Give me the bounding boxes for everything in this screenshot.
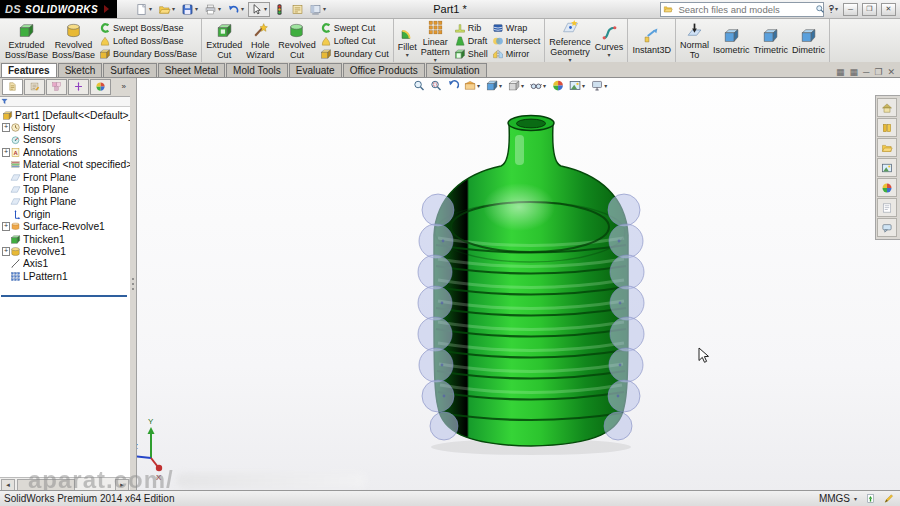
- solidworks-forum-button[interactable]: [877, 218, 897, 237]
- file-explorer-button[interactable]: [877, 138, 897, 157]
- expand-icon[interactable]: +: [2, 247, 10, 256]
- view-settings-button[interactable]: ▾: [589, 79, 609, 92]
- restore-button[interactable]: ❐: [862, 3, 877, 16]
- isometric-button[interactable]: Isometric: [711, 26, 752, 56]
- panel-splitter[interactable]: [130, 77, 137, 491]
- tree-item-thicken1[interactable]: Thicken1: [2, 233, 130, 245]
- fillet-button[interactable]: Fillet▾: [396, 23, 419, 59]
- tab-evaluate[interactable]: Evaluate: [289, 63, 342, 77]
- revolved-boss-button[interactable]: RevolvedBoss/Base: [50, 21, 97, 61]
- tree-item-top-plane[interactable]: Top Plane: [2, 183, 130, 195]
- featuremanager-tab[interactable]: [2, 79, 23, 95]
- shell-button[interactable]: Shell: [454, 48, 488, 60]
- tree-item-material-not-specified-[interactable]: Material <not specified>: [2, 159, 130, 171]
- view-orientation-button[interactable]: ▾: [484, 79, 504, 92]
- lofted-boss-button[interactable]: Lofted Boss/Base: [99, 35, 197, 47]
- dimetric-button[interactable]: Dimetric: [790, 26, 827, 56]
- tab-sketch[interactable]: Sketch: [58, 63, 103, 77]
- graphics-viewport[interactable]: ▾▾▾▾▾▾: [137, 77, 900, 491]
- revolved-cut-button[interactable]: RevolvedCut: [276, 21, 318, 61]
- file-properties-button[interactable]: [289, 2, 306, 17]
- doc-restore-icon[interactable]: ❐: [874, 67, 882, 77]
- rebuild-button[interactable]: [271, 2, 288, 17]
- intersect-button[interactable]: Intersect: [492, 35, 541, 47]
- tree-item-front-plane[interactable]: Front Plane: [2, 171, 130, 183]
- boundary-cut-button[interactable]: Boundary Cut: [320, 48, 389, 60]
- instant3d-button[interactable]: Instant3D: [630, 26, 673, 56]
- display-style-button[interactable]: ▾: [506, 79, 526, 92]
- open-button[interactable]: ▾: [156, 2, 178, 17]
- viewport-split-icon[interactable]: ▦: [849, 67, 858, 77]
- dropdown-caret-icon[interactable]: ▾: [323, 6, 326, 12]
- linear-pattern-button[interactable]: LinearPattern▾: [419, 18, 452, 64]
- dropdown-caret-icon[interactable]: ▾: [477, 83, 480, 89]
- tab-simulation[interactable]: Simulation: [426, 63, 487, 77]
- swept-boss-button[interactable]: Swept Boss/Base: [99, 22, 197, 34]
- tag-icon[interactable]: [865, 493, 876, 504]
- tab-office-products[interactable]: Office Products: [343, 63, 425, 77]
- tree-horizontal-scrollbar[interactable]: ◄ ►: [0, 477, 130, 491]
- apply-scene-button[interactable]: ▾: [567, 79, 587, 92]
- draft-button[interactable]: Draft: [454, 35, 488, 47]
- swept-cut-button[interactable]: Swept Cut: [320, 22, 389, 34]
- dropdown-caret-icon[interactable]: ▾: [195, 6, 198, 12]
- dropdown-caret-icon[interactable]: ▾: [406, 52, 409, 58]
- rib-button[interactable]: Rib: [454, 22, 488, 34]
- tree-filter-bar[interactable]: [0, 97, 130, 107]
- extruded-cut-button[interactable]: ExtrudedCut: [204, 21, 244, 61]
- boundary-boss-button[interactable]: Boundary Boss/Base: [99, 48, 197, 60]
- close-button[interactable]: ✕: [881, 3, 896, 16]
- tab-surfaces[interactable]: Surfaces: [103, 63, 156, 77]
- configurationmanager-tab[interactable]: [46, 79, 67, 95]
- undo-button[interactable]: ▾: [225, 2, 247, 17]
- expand-icon[interactable]: +: [2, 148, 10, 157]
- scroll-right-arrow[interactable]: ►: [115, 479, 129, 491]
- dropdown-caret-icon[interactable]: ▾: [264, 6, 267, 12]
- edit-appearance-button[interactable]: [550, 79, 565, 92]
- tree-item-right-plane[interactable]: Right Plane: [2, 196, 130, 208]
- print-button[interactable]: ▾: [202, 2, 224, 17]
- select-button[interactable]: ▾: [248, 2, 270, 17]
- tree-item-sensors[interactable]: Sensors: [2, 134, 130, 146]
- pane-overflow-icon[interactable]: »: [122, 82, 128, 91]
- mirror-button[interactable]: Mirror: [492, 48, 541, 60]
- dropdown-caret-icon[interactable]: ▾: [499, 83, 502, 89]
- lofted-cut-button[interactable]: Lofted Cut: [320, 35, 389, 47]
- solidworks-resources-button[interactable]: [877, 98, 897, 117]
- tab-features[interactable]: Features: [1, 63, 57, 77]
- quick-tips-icon[interactable]: [883, 493, 894, 504]
- design-library-button[interactable]: [877, 118, 897, 137]
- extruded-boss-button[interactable]: ExtrudedBoss/Base: [3, 21, 50, 61]
- wrap-button[interactable]: Wrap: [492, 22, 541, 34]
- tree-root-part[interactable]: Part1 [Default<<Default>_Disp: [2, 109, 130, 121]
- hide-show-items-button[interactable]: ▾: [528, 79, 548, 92]
- expand-icon[interactable]: +: [2, 222, 10, 231]
- dropdown-caret-icon[interactable]: ▾: [608, 52, 611, 58]
- dropdown-caret-icon[interactable]: ▾: [172, 6, 175, 12]
- tree-item-origin[interactable]: Origin: [2, 208, 130, 220]
- help-button[interactable]: ?▾: [828, 4, 839, 15]
- doc-close-icon[interactable]: ✕: [887, 67, 895, 77]
- tab-sheet-metal[interactable]: Sheet Metal: [158, 63, 225, 77]
- save-button[interactable]: ▾: [179, 2, 201, 17]
- search-input[interactable]: [676, 3, 812, 16]
- model-bottle[interactable]: Y Z X: [137, 116, 644, 483]
- displaymanager-tab[interactable]: [90, 79, 111, 95]
- doc-minimize-icon[interactable]: ─: [863, 67, 869, 77]
- reference-geometry-button[interactable]: ReferenceGeometry▾: [547, 18, 593, 64]
- scroll-thumb[interactable]: [17, 479, 75, 491]
- dropdown-caret-icon[interactable]: ▾: [582, 83, 585, 89]
- tab-mold-tools[interactable]: Mold Tools: [226, 63, 288, 77]
- new-document-button[interactable]: ▾: [133, 2, 155, 17]
- dropdown-caret-icon[interactable]: ▾: [241, 6, 244, 12]
- scroll-left-arrow[interactable]: ◄: [1, 479, 15, 491]
- tree-item-history[interactable]: +History: [2, 121, 130, 133]
- dropdown-caret-icon[interactable]: ▾: [604, 83, 607, 89]
- view-palette-button[interactable]: [877, 158, 897, 177]
- tree-item-axis1[interactable]: Axis1: [2, 258, 130, 270]
- tree-item-revolve1[interactable]: +Revolve1: [2, 245, 130, 257]
- appearances-scenes-button[interactable]: [877, 178, 897, 197]
- search-box[interactable]: ▾: [660, 2, 824, 17]
- options-button[interactable]: ▾: [307, 2, 329, 17]
- minimize-button[interactable]: ─: [843, 3, 858, 16]
